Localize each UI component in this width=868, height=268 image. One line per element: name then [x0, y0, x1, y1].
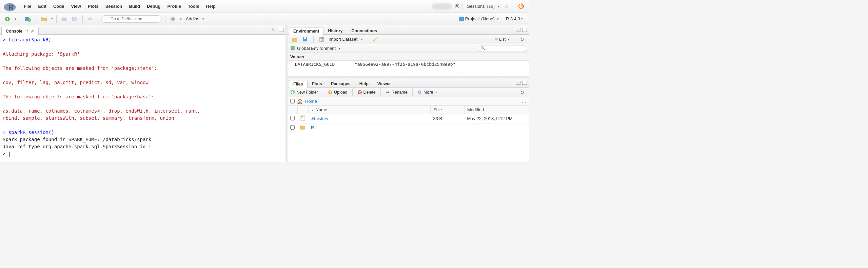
console-line: as.data.frame, colnames, colnames<-, dro… — [3, 108, 283, 115]
files-tabstrip: FilesPlotsPackagesHelpViewer — [288, 78, 529, 88]
save-all-icon[interactable] — [70, 15, 79, 23]
tab-connections[interactable]: Connections — [347, 27, 381, 34]
r-version-dropdown[interactable]: R 3.4.3 ▾ — [503, 15, 526, 23]
new-file-caret[interactable]: ▾ — [15, 17, 16, 21]
menu-edit[interactable]: Edit — [35, 0, 50, 13]
console-line: Attaching package: 'SparkR' — [3, 51, 283, 58]
svg-rect-13 — [173, 17, 175, 19]
console-line: Java ref type org.apache.spark.sql.Spark… — [3, 143, 283, 150]
quit-session-icon[interactable]: ⏻ — [516, 3, 526, 10]
select-all-checkbox[interactable] — [290, 99, 295, 103]
console-output[interactable]: > library(SparkR) Attaching package: 'Sp… — [0, 35, 285, 162]
file-checkbox[interactable] — [290, 125, 295, 130]
env-scope-dropdown[interactable]: Global Environment — [297, 46, 336, 51]
col-size[interactable]: Size — [431, 106, 465, 114]
username-blurred — [432, 3, 452, 9]
menu-code[interactable]: Code — [50, 0, 68, 13]
files-toolbar: New Folder Upload Delete ➡Rename ⚙More▾ — [288, 88, 529, 97]
file-modified — [465, 123, 529, 132]
folder-icon — [297, 123, 308, 132]
home-icon[interactable]: 🏠 — [297, 98, 303, 104]
svg-rect-12 — [171, 17, 173, 19]
sessions-dropdown[interactable]: Sessions (18) ▾ — [464, 4, 502, 9]
path-overflow-icon[interactable]: … — [522, 99, 526, 104]
minimize-pane-icon[interactable] — [516, 81, 520, 85]
menu-profile[interactable]: Profile — [164, 0, 184, 13]
clear-objects-icon[interactable]: 🧹 — [371, 35, 379, 43]
view-mode-dropdown[interactable]: List ▾ — [495, 36, 510, 42]
svg-rect-11 — [89, 17, 92, 18]
menu-session[interactable]: Session — [102, 0, 126, 13]
menu-file[interactable]: File — [20, 0, 35, 13]
tab-environment[interactable]: Environment — [289, 27, 323, 35]
menu-tools[interactable]: Tools — [184, 0, 203, 13]
save-workspace-icon[interactable] — [301, 35, 309, 43]
col-modified[interactable]: Modified — [465, 106, 529, 114]
console-line: > sparkR.session() — [3, 129, 283, 136]
popup-icon[interactable]: ⇗ — [31, 29, 34, 34]
tab-history[interactable]: History — [323, 27, 347, 34]
menu-debug[interactable]: Debug — [143, 0, 164, 13]
console-line: Spark package found in SPARK_HOME: /data… — [3, 136, 283, 143]
new-project-icon[interactable] — [23, 15, 32, 23]
menu-build[interactable]: Build — [126, 0, 144, 13]
open-recent-caret[interactable]: ▾ — [51, 17, 53, 21]
minimize-pane-icon[interactable] — [516, 28, 520, 32]
goto-file-function-input[interactable] — [101, 15, 162, 23]
console-line: > — [3, 150, 283, 157]
print-icon[interactable] — [86, 15, 94, 23]
console-line: The following objects are masked from 'p… — [3, 93, 283, 100]
load-workspace-icon[interactable] — [290, 35, 298, 43]
file-name-link[interactable]: R — [311, 125, 314, 130]
console-line — [3, 122, 283, 129]
main-toolbar: ▾ ▾ ➔ ▾ Addins ▾ Project: (None) ▾ R 3.4… — [0, 13, 529, 25]
svg-rect-19 — [291, 46, 294, 50]
refresh-icon[interactable] — [518, 35, 526, 43]
open-external-icon[interactable]: ⇱ — [453, 2, 461, 11]
maximize-pane-icon[interactable] — [522, 81, 527, 85]
file-checkbox[interactable] — [290, 116, 295, 120]
save-icon[interactable] — [60, 15, 68, 23]
more-dropdown[interactable]: ⚙More▾ — [417, 90, 437, 95]
new-file-icon[interactable] — [3, 15, 12, 23]
tab-files[interactable]: Files — [289, 80, 308, 88]
file-row[interactable]: .Rhistory33 BMay 22, 2018, 9:12 PM — [288, 114, 529, 123]
project-dropdown[interactable]: Project: (None) ▾ — [457, 16, 501, 21]
cube-icon — [290, 45, 295, 51]
new-folder-button[interactable]: New Folder — [290, 90, 318, 95]
env-search-input[interactable] — [479, 45, 526, 52]
console-line — [3, 43, 283, 51]
panes-caret[interactable]: ▾ — [180, 17, 182, 21]
maximize-pane-icon[interactable] — [522, 28, 527, 32]
refresh-icon[interactable] — [518, 88, 526, 96]
menubar: R FileEditCodeViewPlotsSessionBuildDebug… — [0, 0, 529, 13]
menu-plots[interactable]: Plots — [84, 0, 102, 13]
file-row[interactable]: R — [288, 123, 529, 132]
import-dataset-icon[interactable] — [318, 35, 326, 43]
tab-plots[interactable]: Plots — [308, 80, 327, 87]
delete-button[interactable]: Delete — [357, 90, 376, 95]
crumb-home[interactable]: Home — [305, 99, 317, 104]
file-name-link[interactable]: .Rhistory — [311, 116, 328, 121]
tab-packages[interactable]: Packages — [327, 80, 355, 87]
import-dataset-label[interactable]: Import Dataset — [329, 37, 357, 42]
broom-icon[interactable]: ✎ — [269, 26, 277, 34]
session-refresh-icon[interactable]: ⟳ — [502, 2, 510, 11]
upload-button[interactable]: Upload — [328, 90, 348, 95]
tab-console[interactable]: Console ~/ ⇗ — [1, 27, 39, 35]
tab-help[interactable]: Help — [355, 80, 373, 87]
console-line: cov, filter, lag, na.omit, predict, sd, … — [3, 79, 283, 86]
menu-help[interactable]: Help — [203, 0, 219, 13]
env-value-row[interactable]: DATABRICKS_GUID"a856ee92-a897-4f2b-a19a-… — [288, 61, 529, 68]
addins-dropdown[interactable]: Addins — [186, 16, 199, 21]
maximize-pane-icon[interactable] — [279, 28, 283, 32]
rename-button[interactable]: ➡Rename — [386, 90, 408, 95]
tab-viewer[interactable]: Viewer — [373, 80, 395, 87]
svg-text:R: R — [8, 3, 14, 12]
open-file-icon[interactable] — [39, 15, 48, 23]
console-line — [3, 100, 283, 108]
rstudio-logo: R — [3, 0, 17, 13]
col-name[interactable]: ▲Name — [308, 106, 431, 114]
grid-view-icon[interactable] — [169, 15, 177, 23]
menu-view[interactable]: View — [67, 0, 84, 13]
